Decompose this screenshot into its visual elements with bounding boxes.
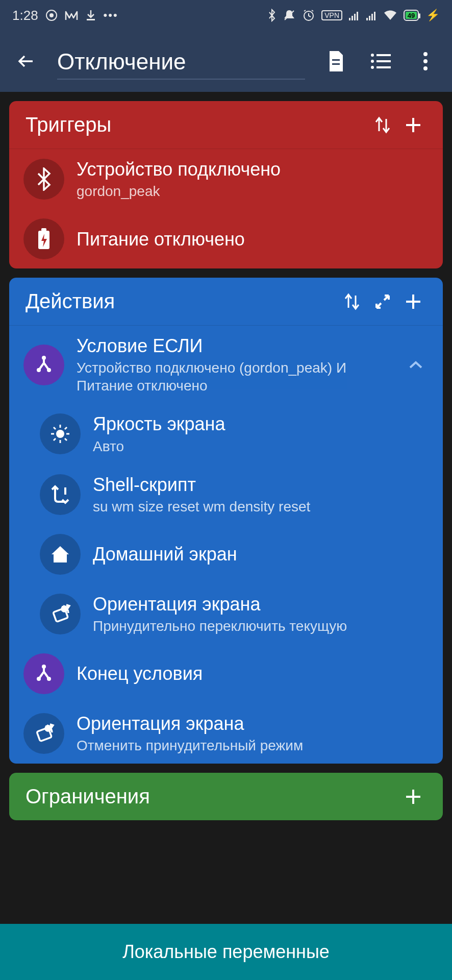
- svg-point-29: [56, 430, 64, 438]
- svg-point-23: [423, 66, 428, 70]
- dnd-icon: [45, 9, 58, 21]
- brightness-icon: [40, 413, 81, 454]
- action-title: Яркость экрана: [93, 413, 429, 435]
- action-sub: su wm size reset wm density reset: [93, 498, 429, 516]
- svg-point-17: [371, 60, 374, 63]
- trigger-title: Питание отключено: [77, 228, 429, 250]
- sort-triggers-button[interactable]: [367, 115, 398, 135]
- action-item-shell[interactable]: Shell-скрипт su wm size reset wm density…: [9, 464, 443, 525]
- action-title: Ориентация экрана: [93, 593, 429, 615]
- action-item-if[interactable]: Условие ЕСЛИ Устройство подключено (gord…: [9, 326, 443, 404]
- svg-line-34: [54, 427, 56, 429]
- macro-title-input[interactable]: Отключение: [57, 43, 305, 80]
- action-title: Shell-скрипт: [93, 474, 429, 496]
- overflow-menu-button[interactable]: [411, 47, 440, 76]
- action-title: Условие ЕСЛИ: [77, 335, 391, 357]
- svg-point-43: [47, 677, 51, 681]
- action-title: Ориентация экрана: [77, 713, 429, 734]
- svg-point-15: [371, 54, 374, 57]
- action-item-brightness[interactable]: Яркость экрана Авто: [9, 404, 443, 464]
- svg-rect-16: [376, 54, 391, 56]
- action-sub: Отменить принудительный режим: [77, 737, 429, 754]
- collapse-icon[interactable]: [403, 360, 429, 370]
- svg-rect-5: [349, 18, 350, 20]
- constraints-header: Ограничения: [9, 773, 443, 820]
- add-action-button[interactable]: [398, 292, 429, 311]
- svg-rect-8: [357, 12, 358, 20]
- local-variables-button[interactable]: Локальные переменные: [0, 924, 452, 980]
- svg-point-27: [37, 368, 41, 372]
- svg-point-22: [423, 59, 428, 63]
- add-constraint-button[interactable]: [398, 788, 429, 806]
- back-button[interactable]: [12, 47, 41, 76]
- wifi-icon: [383, 10, 397, 21]
- triggers-header: Триггеры: [9, 101, 443, 149]
- svg-rect-14: [332, 63, 340, 65]
- branch-icon: [23, 653, 64, 694]
- list-button[interactable]: [366, 47, 395, 76]
- battery-icon: [23, 218, 64, 259]
- action-sub: Авто: [93, 437, 429, 455]
- triggers-title: Триггеры: [26, 113, 367, 136]
- svg-rect-46: [46, 726, 49, 728]
- action-title: Конец условия: [77, 663, 429, 684]
- app-bar: Отключение: [0, 31, 452, 92]
- constraints-title: Ограничения: [26, 785, 398, 808]
- action-item-orientation-1[interactable]: Ориентация экрана Принудительно переключ…: [9, 584, 443, 644]
- content-area: Триггеры Устройство подключено gordon_pe…: [0, 92, 452, 820]
- status-time: 1:28: [12, 8, 38, 23]
- trigger-item-power[interactable]: Питание отключено: [9, 209, 443, 268]
- svg-rect-9: [366, 18, 368, 20]
- action-sub: Устройство подключено (gordon_peak) И Пи…: [77, 359, 391, 395]
- bluetooth-icon: [23, 159, 64, 200]
- svg-line-37: [65, 427, 67, 429]
- add-trigger-button[interactable]: [398, 116, 429, 134]
- trigger-title: Устройство подключено: [77, 158, 429, 180]
- trigger-item-bluetooth[interactable]: Устройство подключено gordon_peak: [9, 149, 443, 209]
- svg-point-1: [49, 13, 54, 17]
- battery-indicator: 49: [404, 10, 419, 21]
- svg-rect-2: [87, 19, 95, 20]
- home-icon: [40, 534, 81, 575]
- svg-rect-6: [351, 16, 353, 20]
- expand-actions-button[interactable]: [367, 292, 398, 311]
- svg-point-42: [37, 677, 41, 681]
- svg-rect-11: [371, 14, 373, 20]
- rotation-lock-icon: [23, 713, 64, 754]
- rotation-lock-icon: [40, 594, 81, 634]
- svg-rect-20: [376, 66, 391, 68]
- branch-icon: [23, 345, 64, 385]
- actions-title: Действия: [26, 290, 337, 313]
- svg-rect-18: [376, 60, 391, 62]
- svg-rect-10: [369, 16, 370, 20]
- svg-line-36: [54, 438, 56, 440]
- svg-point-28: [47, 368, 51, 372]
- action-item-endif[interactable]: Конец условия: [9, 644, 443, 703]
- actions-card: Действия Условие ЕСЛИ Устройство подключ…: [9, 278, 443, 764]
- alarm-icon: [302, 9, 315, 22]
- action-item-home[interactable]: Домашний экран: [9, 525, 443, 584]
- script-icon: [40, 474, 81, 515]
- svg-point-21: [423, 52, 428, 56]
- svg-rect-7: [354, 14, 356, 20]
- vpn-badge: VPN: [321, 10, 342, 20]
- mute-icon: [283, 9, 296, 22]
- notes-button[interactable]: [321, 47, 350, 76]
- svg-rect-25: [41, 228, 46, 231]
- actions-header: Действия: [9, 278, 443, 326]
- svg-point-19: [371, 66, 374, 69]
- svg-point-41: [42, 665, 46, 669]
- more-dots-icon: •••: [104, 9, 118, 22]
- sort-actions-button[interactable]: [337, 291, 367, 312]
- charging-icon: ⚡: [426, 9, 440, 22]
- svg-line-35: [65, 438, 67, 440]
- local-variables-label: Локальные переменные: [122, 941, 330, 963]
- bluetooth-status-icon: [267, 9, 277, 22]
- action-title: Домашний экран: [93, 543, 429, 565]
- svg-point-26: [42, 356, 46, 360]
- action-item-orientation-2[interactable]: Ориентация экрана Отменить принудительны…: [9, 703, 443, 764]
- download-icon: [85, 9, 96, 21]
- svg-rect-12: [374, 12, 375, 20]
- constraints-card: Ограничения: [9, 773, 443, 820]
- signal-icon-2: [366, 10, 377, 21]
